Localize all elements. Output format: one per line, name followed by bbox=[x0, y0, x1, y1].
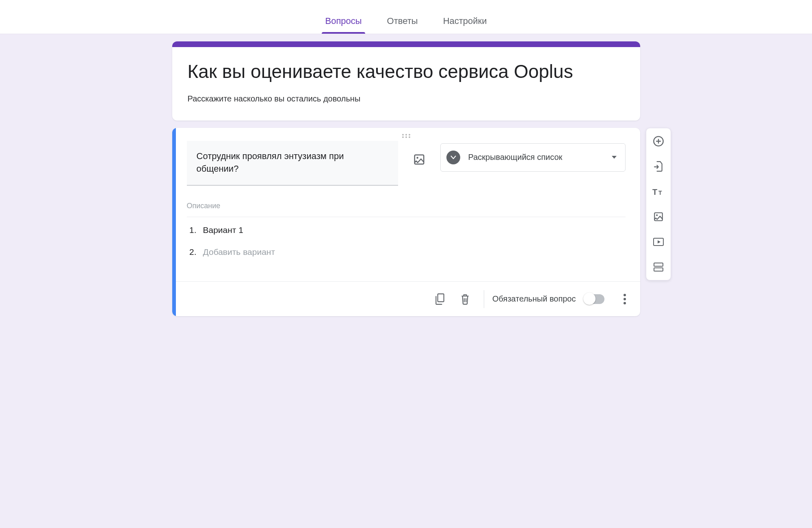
question-footer: Обязательный вопрос bbox=[172, 281, 640, 316]
tab-questions[interactable]: Вопросы bbox=[322, 16, 365, 34]
svg-point-11 bbox=[624, 302, 626, 304]
chevron-down-icon bbox=[611, 154, 617, 161]
video-icon bbox=[653, 237, 664, 246]
question-type-select[interactable]: Раскрывающийся список bbox=[440, 143, 626, 172]
editor-tabs: Вопросы Ответы Настройки bbox=[0, 0, 812, 34]
image-icon bbox=[653, 211, 664, 222]
svg-point-2 bbox=[409, 134, 410, 136]
side-toolbar: T T bbox=[646, 128, 671, 280]
form-title[interactable]: Как вы оцениваете качество сервиса Ooplu… bbox=[188, 60, 625, 84]
svg-rect-6 bbox=[414, 155, 424, 164]
add-video-button[interactable] bbox=[650, 234, 667, 250]
add-question-button[interactable] bbox=[650, 133, 667, 149]
form-description[interactable]: Расскажите насколько вы остались довольн… bbox=[188, 94, 625, 103]
svg-point-3 bbox=[402, 136, 404, 138]
import-file-icon bbox=[653, 161, 664, 172]
form-header-card: Как вы оцениваете качество сервиса Ooplu… bbox=[172, 41, 640, 121]
svg-text:T: T bbox=[652, 187, 657, 196]
option-text-input[interactable]: Вариант 1 bbox=[203, 225, 244, 235]
svg-point-9 bbox=[624, 294, 626, 296]
kebab-icon bbox=[623, 293, 626, 305]
svg-rect-15 bbox=[654, 213, 663, 221]
option-number: 2. bbox=[187, 247, 197, 257]
trash-icon bbox=[460, 293, 470, 305]
add-image-button[interactable] bbox=[409, 150, 429, 169]
add-image-block-button[interactable] bbox=[650, 209, 667, 225]
svg-point-1 bbox=[405, 134, 407, 136]
svg-rect-8 bbox=[438, 294, 444, 302]
add-option-placeholder[interactable]: Добавить вариант bbox=[203, 247, 275, 257]
svg-rect-19 bbox=[654, 268, 663, 271]
image-icon bbox=[413, 153, 425, 166]
title-icon: T T bbox=[652, 187, 665, 196]
import-questions-button[interactable] bbox=[650, 158, 667, 175]
delete-button[interactable] bbox=[455, 289, 476, 310]
add-option-row[interactable]: 2. Добавить вариант bbox=[187, 247, 626, 257]
dropdown-chip-icon bbox=[446, 151, 460, 164]
question-description-input[interactable]: Описание bbox=[187, 202, 626, 217]
add-section-button[interactable] bbox=[650, 259, 667, 275]
tab-settings[interactable]: Настройки bbox=[440, 16, 490, 34]
header-accent-stripe bbox=[172, 41, 640, 47]
drag-handle-icon[interactable] bbox=[187, 132, 626, 141]
svg-point-5 bbox=[409, 136, 410, 138]
options-list: 1. Вариант 1 2. Добавить вариант bbox=[187, 225, 626, 257]
required-toggle[interactable] bbox=[584, 294, 604, 304]
footer-divider bbox=[484, 290, 484, 308]
toggle-knob bbox=[583, 293, 595, 305]
svg-point-7 bbox=[416, 157, 418, 159]
svg-point-16 bbox=[656, 214, 658, 216]
svg-text:T: T bbox=[658, 190, 662, 196]
more-options-button[interactable] bbox=[614, 289, 635, 310]
section-icon bbox=[653, 262, 664, 272]
add-title-button[interactable]: T T bbox=[650, 183, 667, 200]
question-type-label: Раскрывающийся список bbox=[468, 153, 603, 162]
svg-point-0 bbox=[402, 134, 404, 136]
copy-icon bbox=[435, 293, 445, 305]
option-row: 1. Вариант 1 bbox=[187, 225, 626, 235]
svg-rect-18 bbox=[654, 263, 663, 266]
plus-circle-icon bbox=[653, 136, 664, 147]
tab-answers[interactable]: Ответы bbox=[384, 16, 421, 34]
question-title-input[interactable]: Сотрудник проявлял энтузиазм при общении… bbox=[187, 141, 398, 186]
question-card: Сотрудник проявлял энтузиазм при общении… bbox=[172, 128, 640, 317]
svg-point-10 bbox=[624, 298, 626, 300]
required-label: Обязательный вопрос bbox=[492, 294, 576, 304]
option-number: 1. bbox=[187, 225, 197, 235]
duplicate-button[interactable] bbox=[429, 289, 450, 310]
svg-point-4 bbox=[405, 136, 407, 138]
